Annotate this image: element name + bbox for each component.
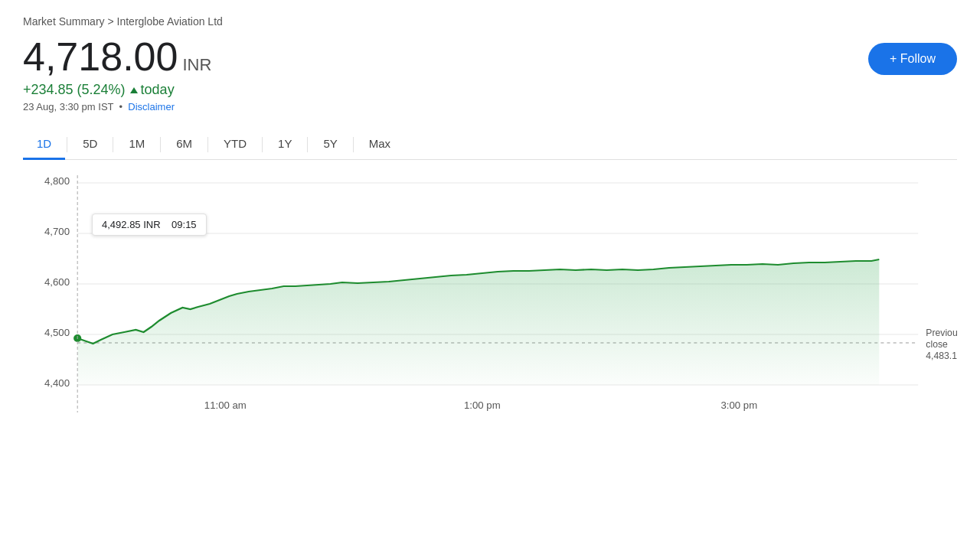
breadcrumb: Market Summary > Interglobe Aviation Ltd: [23, 15, 957, 28]
tab-1d[interactable]: 1D: [23, 129, 65, 160]
time-range-tabs: 1D 5D 1M 6M YTD 1Y 5Y Max: [23, 129, 957, 160]
price-change: +234.85 (5.24%) today: [23, 82, 211, 98]
tab-6m[interactable]: 6M: [162, 129, 206, 160]
tab-divider: [67, 137, 67, 152]
tab-5y[interactable]: 5Y: [309, 129, 351, 160]
svg-text:4,483.15: 4,483.15: [926, 350, 957, 361]
tooltip-time: 09:15: [172, 219, 197, 230]
svg-text:4,500: 4,500: [44, 327, 70, 338]
tab-divider: [113, 137, 113, 152]
svg-text:4,800: 4,800: [44, 175, 70, 187]
svg-text:4,400: 4,400: [44, 377, 70, 389]
svg-text:3:00 pm: 3:00 pm: [720, 399, 757, 411]
svg-text:1:00 pm: 1:00 pm: [464, 399, 501, 411]
tooltip-price: 4,492.85 INR: [102, 219, 161, 230]
tab-ytd[interactable]: YTD: [210, 129, 260, 160]
tab-divider: [160, 137, 161, 152]
stock-currency: INR: [182, 55, 211, 75]
tab-divider: [262, 137, 263, 152]
tab-1m[interactable]: 1M: [115, 129, 158, 160]
chart-svg: 4,800 4,700 4,600 4,500 4,400 11:00 am 1…: [23, 168, 957, 451]
svg-text:Previous: Previous: [926, 328, 957, 338]
tab-divider: [353, 137, 354, 152]
price-timestamp: 23 Aug, 3:30 pm IST • Disclaimer: [23, 101, 211, 112]
disclaimer-link[interactable]: Disclaimer: [128, 101, 175, 112]
svg-text:4,700: 4,700: [44, 226, 70, 237]
follow-button[interactable]: + Follow: [868, 43, 957, 75]
svg-text:4,600: 4,600: [44, 276, 70, 288]
tab-5d[interactable]: 5D: [69, 129, 111, 160]
stock-price: 4,718.00: [23, 35, 178, 79]
tab-1y[interactable]: 1Y: [264, 129, 305, 160]
arrow-up-icon: [130, 87, 138, 93]
svg-text:close: close: [926, 339, 948, 350]
tab-max[interactable]: Max: [355, 129, 404, 160]
tab-divider: [207, 137, 208, 152]
stock-chart: 4,800 4,700 4,600 4,500 4,400 11:00 am 1…: [23, 168, 957, 451]
tab-divider: [307, 137, 308, 152]
svg-text:11:00 am: 11:00 am: [204, 399, 247, 411]
chart-tooltip: 4,492.85 INR 09:15: [92, 214, 207, 236]
